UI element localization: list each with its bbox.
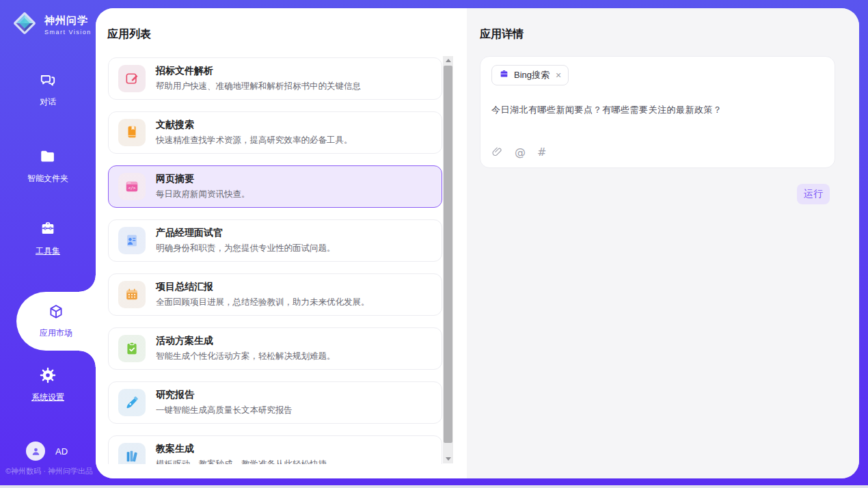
sidebar-item-label: 智能文件夹 [0, 173, 96, 185]
user-avatar[interactable] [26, 442, 45, 461]
sidebar: 神州问学 Smart Vision 对话智能文件夹工具集应用市场系统设置 AD … [0, 0, 96, 485]
tool-chip-label: Bing搜索 [514, 69, 550, 81]
sidebar-item-label: 应用市场 [40, 327, 72, 339]
diamond-logo-icon [10, 9, 39, 40]
sidebar-item-label: 系统设置 [0, 392, 96, 403]
book-icon [118, 119, 146, 146]
app-card-description: 每日政府新闻资讯快查。 [156, 189, 250, 200]
app-card-title: 网页摘要 [156, 173, 250, 185]
folder-icon [39, 156, 57, 167]
app-card-description: 模板驱动，教案秒成，教学准备从此轻松快捷 [156, 459, 327, 464]
books-icon [118, 443, 146, 464]
app-card-title: 活动方案生成 [156, 335, 336, 347]
bottom-edge-strip [0, 485, 868, 488]
toolbox-icon [39, 228, 57, 240]
sidebar-item-label: 工具集 [0, 245, 96, 257]
app-card-title: 项目总结汇报 [156, 281, 370, 293]
hash-icon[interactable]: # [537, 146, 546, 159]
app-card-title: 产品经理面试官 [156, 227, 336, 239]
sidebar-item-label: 对话 [0, 96, 96, 108]
app-card-description: 明确身份和职责，为您提供专业性的面试问题。 [156, 243, 336, 254]
app-card-title: 教案生成 [156, 443, 327, 455]
paperclip-icon[interactable] [491, 146, 503, 158]
sidebar-item-chat[interactable]: 对话 [0, 71, 96, 108]
query-input[interactable]: 今日湖北有哪些新闻要点？有哪些需要关注的最新政策？ [491, 104, 824, 116]
active-tab-top-curve [79, 275, 96, 292]
app-card-bid-parse[interactable]: 招标文件解析 帮助用户快速、准确地理解和解析招标书中的关键信息 [108, 57, 442, 100]
interview-icon [118, 227, 146, 254]
close-icon[interactable]: × [556, 70, 561, 80]
input-toolbar: @# [491, 146, 546, 159]
cube-icon [47, 303, 65, 324]
scrollbar-down-arrow-icon[interactable] [443, 455, 453, 463]
brand-name: 神州问学 [44, 14, 92, 27]
user-name: AD [55, 446, 68, 457]
chat-icon [39, 79, 57, 91]
web-code-icon: </> [118, 173, 146, 200]
app-card-web-summary[interactable]: </> 网页摘要 每日政府新闻资讯快查。 [108, 165, 442, 208]
briefcase-icon [499, 69, 509, 82]
scrollbar[interactable] [443, 56, 453, 463]
app-card-event-plan[interactable]: 活动方案生成 智能生成个性化活动方案，轻松解决规划难题。 [108, 327, 442, 370]
app-card-title: 文献搜索 [156, 119, 353, 131]
sidebar-item-smart-folders[interactable]: 智能文件夹 [0, 148, 96, 185]
app-detail-title: 应用详情 [480, 27, 524, 42]
pen-icon [118, 389, 146, 416]
clipboard-check-icon [118, 335, 146, 362]
app-card-literature-search[interactable]: 文献搜索 快速精准查找学术资源，提高研究效率的必备工具。 [108, 111, 442, 154]
app-card-description: 快速精准查找学术资源，提高研究效率的必备工具。 [156, 135, 353, 146]
sidebar-item-toolset[interactable]: 工具集 [0, 220, 96, 257]
edit-doc-icon [118, 65, 146, 92]
brand-logo: 神州问学 Smart Vision [10, 9, 92, 40]
app-list-title: 应用列表 [107, 27, 151, 42]
sidebar-item-system-settings[interactable]: 系统设置 [0, 366, 96, 403]
prompt-card: Bing搜索 × 今日湖北有哪些新闻要点？有哪些需要关注的最新政策？ @# [480, 56, 835, 168]
copyright-text: ©神州数码 · 神州问学出品 [5, 466, 93, 476]
app-card-lesson-plan[interactable]: 教案生成 模板驱动，教案秒成，教学准备从此轻松快捷 [108, 435, 442, 464]
scrollbar-up-arrow-icon[interactable] [443, 56, 453, 65]
scrollbar-thumb[interactable] [444, 66, 452, 443]
active-tab-bottom-curve [79, 351, 96, 367]
calendar-icon [118, 281, 146, 308]
app-card-title: 招标文件解析 [156, 65, 361, 77]
app-list-panel: 应用列表 招标文件解析 帮助用户快速、准确地理解和解析招标书中的关键信息 文献搜… [96, 8, 467, 478]
app-card-description: 一键智能生成高质量长文本研究报告 [156, 405, 293, 416]
tool-chip-bing-search[interactable]: Bing搜索 × [491, 65, 569, 85]
at-icon[interactable]: @ [515, 146, 526, 159]
app-card-research-report[interactable]: 研究报告 一键智能生成高质量长文本研究报告 [108, 381, 442, 424]
app-detail-panel: 应用详情 Bing搜索 × 今日湖北有哪些新闻要点？有哪些需要关注的最新政策？ … [467, 8, 859, 478]
app-card-project-report[interactable]: 项目总结汇报 全面回顾项目进展，总结经验教训，助力未来优化发展。 [108, 273, 442, 316]
run-button[interactable]: 运行 [797, 184, 830, 204]
app-list: 招标文件解析 帮助用户快速、准确地理解和解析招标书中的关键信息 文献搜索 快速精… [108, 56, 443, 464]
gear-icon [39, 375, 57, 386]
app-card-title: 研究报告 [156, 389, 293, 401]
main-content: 应用列表 招标文件解析 帮助用户快速、准确地理解和解析招标书中的关键信息 文献搜… [96, 8, 859, 478]
sidebar-item-app-market[interactable]: 应用市场 [16, 292, 96, 351]
user-account[interactable]: AD [26, 442, 68, 461]
app-card-description: 全面回顾项目进展，总结经验教训，助力未来优化发展。 [156, 297, 370, 308]
svg-text:</>: </> [128, 185, 136, 190]
app-card-pm-interviewer[interactable]: 产品经理面试官 明确身份和职责，为您提供专业性的面试问题。 [108, 219, 442, 262]
app-card-description: 智能生成个性化活动方案，轻松解决规划难题。 [156, 351, 336, 362]
app-card-description: 帮助用户快速、准确地理解和解析招标书中的关键信息 [156, 81, 361, 92]
brand-subtitle: Smart Vision [44, 29, 92, 36]
